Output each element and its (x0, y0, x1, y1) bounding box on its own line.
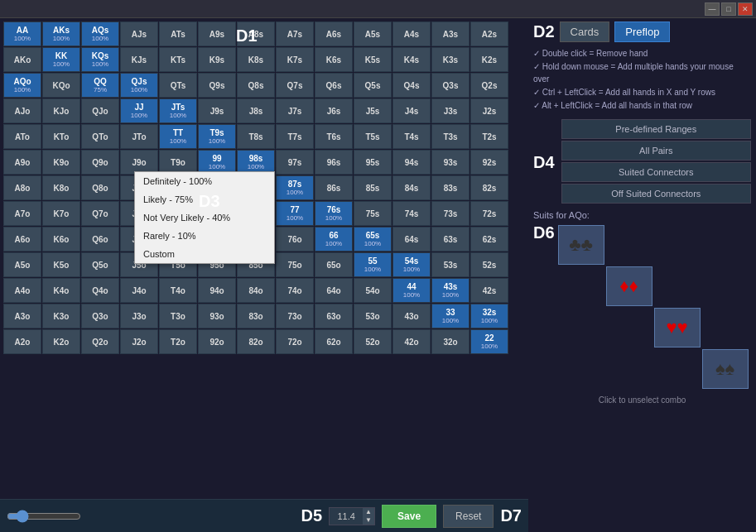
grid-cell-10-10[interactable]: 44100% (392, 278, 431, 303)
grid-cell-1-4[interactable]: KTs (159, 47, 197, 72)
grid-cell-2-8[interactable]: Q6s (315, 73, 353, 98)
grid-cell-7-0[interactable]: A7o (3, 201, 41, 226)
grid-cell-4-6[interactable]: T8s (237, 124, 275, 149)
grid-cell-10-9[interactable]: 54o (354, 278, 392, 303)
grid-cell-3-9[interactable]: J5s (354, 98, 392, 123)
grid-cell-6-11[interactable]: 83s (431, 175, 469, 200)
grid-cell-0-0[interactable]: AA100% (3, 22, 41, 46)
grid-cell-1-3[interactable]: KJs (120, 47, 158, 72)
grid-cell-2-1[interactable]: KQo (42, 73, 80, 98)
close-button[interactable]: ✕ (738, 2, 753, 16)
context-menu-item-definitely[interactable]: Definitely - 100% (135, 172, 274, 190)
grid-cell-9-2[interactable]: Q5o (81, 252, 119, 277)
preflop-button[interactable]: Preflop (614, 22, 670, 42)
grid-cell-12-7[interactable]: 72o (276, 329, 314, 354)
grid-cell-0-1[interactable]: AKs100% (42, 22, 80, 46)
grid-cell-2-4[interactable]: QTs (159, 73, 197, 98)
save-button[interactable]: Save (382, 505, 436, 528)
maximize-button[interactable]: □ (721, 2, 736, 16)
grid-cell-11-8[interactable]: 63o (315, 304, 353, 328)
grid-cell-11-2[interactable]: Q3o (81, 304, 119, 328)
grid-cell-0-5[interactable]: A9s (198, 22, 236, 46)
grid-cell-5-9[interactable]: 95s (354, 150, 392, 175)
cards-button[interactable]: Cards (560, 22, 610, 42)
grid-cell-4-10[interactable]: T4s (392, 124, 431, 149)
grid-cell-9-12[interactable]: 52s (470, 252, 508, 277)
grid-cell-1-10[interactable]: K4s (392, 47, 431, 72)
grid-cell-6-9[interactable]: 85s (354, 175, 392, 200)
grid-cell-0-8[interactable]: A6s (315, 22, 353, 46)
grid-cell-11-5[interactable]: 93o (198, 304, 236, 328)
grid-cell-1-7[interactable]: K7s (276, 47, 314, 72)
grid-cell-0-10[interactable]: A4s (392, 22, 431, 46)
range-slider[interactable] (7, 510, 81, 523)
grid-cell-9-9[interactable]: 55100% (354, 252, 392, 277)
minimize-button[interactable]: — (705, 2, 720, 16)
grid-cell-2-7[interactable]: Q7s (276, 73, 314, 98)
grid-cell-2-0[interactable]: AQo100% (3, 73, 41, 98)
context-menu-item-rarely[interactable]: Rarely - 10% (135, 227, 274, 245)
grid-cell-10-12[interactable]: 42s (470, 278, 508, 303)
grid-cell-2-2[interactable]: QQ75% (81, 73, 119, 98)
grid-cell-0-11[interactable]: A3s (431, 22, 469, 46)
grid-cell-4-1[interactable]: KTo (42, 124, 80, 149)
grid-cell-3-3[interactable]: JJ100% (120, 98, 158, 123)
grid-cell-9-10[interactable]: 54s100% (392, 252, 431, 277)
grid-cell-3-0[interactable]: AJo (3, 98, 41, 123)
grid-cell-6-10[interactable]: 84s (392, 175, 431, 200)
grid-cell-10-0[interactable]: A4o (3, 278, 41, 303)
suit-cell-clubs-clubs[interactable]: ♣♣ (558, 225, 604, 265)
grid-cell-1-11[interactable]: K3s (431, 47, 469, 72)
grid-cell-0-9[interactable]: A5s (354, 22, 392, 46)
grid-cell-1-0[interactable]: AKo (3, 47, 41, 72)
grid-cell-9-0[interactable]: A5o (3, 252, 41, 277)
grid-cell-7-2[interactable]: Q7o (81, 201, 119, 226)
grid-cell-10-5[interactable]: 94o (198, 278, 236, 303)
grid-cell-8-10[interactable]: 64s (392, 227, 431, 252)
grid-cell-3-1[interactable]: KJo (42, 98, 80, 123)
grid-cell-3-11[interactable]: J3s (431, 98, 469, 123)
grid-cell-10-1[interactable]: K4o (42, 278, 80, 303)
grid-cell-2-6[interactable]: Q8s (237, 73, 275, 98)
grid-cell-10-3[interactable]: J4o (120, 278, 158, 303)
grid-cell-0-2[interactable]: AQs100% (81, 22, 119, 46)
grid-cell-5-1[interactable]: K9o (42, 150, 80, 175)
grid-cell-12-10[interactable]: 42o (392, 329, 431, 354)
grid-cell-1-6[interactable]: K8s (237, 47, 275, 72)
grid-cell-8-2[interactable]: Q6o (81, 227, 119, 252)
grid-cell-8-0[interactable]: A6o (3, 227, 41, 252)
grid-cell-10-4[interactable]: T4o (159, 278, 197, 303)
grid-cell-1-12[interactable]: K2s (470, 47, 508, 72)
grid-cell-7-8[interactable]: 76s100% (315, 201, 353, 226)
context-menu-item-not-very[interactable]: Not Very Likely - 40% (135, 208, 274, 227)
grid-cell-8-1[interactable]: K6o (42, 227, 80, 252)
grid-cell-11-7[interactable]: 73o (276, 304, 314, 328)
grid-cell-7-7[interactable]: 77100% (276, 201, 314, 226)
grid-cell-5-10[interactable]: 94s (392, 150, 431, 175)
grid-cell-11-4[interactable]: T3o (159, 304, 197, 328)
grid-cell-8-7[interactable]: 76o (276, 227, 314, 252)
grid-cell-0-3[interactable]: AJs (120, 22, 158, 46)
grid-cell-12-6[interactable]: 82o (237, 329, 275, 354)
grid-cell-11-9[interactable]: 53o (354, 304, 392, 328)
grid-cell-11-11[interactable]: 33100% (431, 304, 469, 328)
grid-cell-11-10[interactable]: 43o (392, 304, 431, 328)
grid-cell-6-1[interactable]: K8o (42, 175, 80, 200)
grid-cell-6-0[interactable]: A8o (3, 175, 41, 200)
grid-cell-5-7[interactable]: 97s (276, 150, 314, 175)
grid-cell-6-2[interactable]: Q8o (81, 175, 119, 200)
grid-cell-7-11[interactable]: 73s (431, 201, 469, 226)
grid-cell-12-5[interactable]: 92o (198, 329, 236, 354)
grid-cell-4-9[interactable]: T5s (354, 124, 392, 149)
grid-cell-11-12[interactable]: 32s100% (470, 304, 508, 328)
grid-cell-9-8[interactable]: 65o (315, 252, 353, 277)
spin-up-button[interactable]: ▲ (363, 508, 374, 516)
grid-cell-4-8[interactable]: T6s (315, 124, 353, 149)
grid-cell-9-11[interactable]: 53s (431, 252, 469, 277)
grid-cell-12-8[interactable]: 62o (315, 329, 353, 354)
grid-cell-10-8[interactable]: 64o (315, 278, 353, 303)
grid-cell-2-12[interactable]: Q2s (470, 73, 508, 98)
suit-cell-hearts-hearts[interactable]: ♥♥ (654, 308, 701, 347)
grid-cell-9-7[interactable]: 75o (276, 252, 314, 277)
grid-cell-2-3[interactable]: QJs100% (120, 73, 158, 98)
